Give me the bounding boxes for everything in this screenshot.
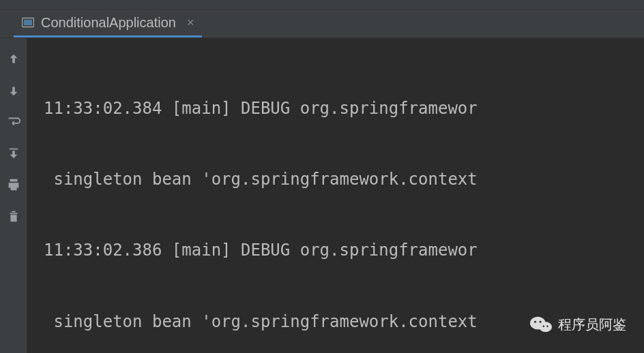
trash-icon[interactable] — [6, 209, 21, 224]
svg-point-4 — [534, 321, 536, 323]
svg-point-3 — [539, 322, 552, 332]
run-tab-label: ConditionalApplication — [41, 15, 176, 31]
run-tab-conditionalapplication[interactable]: ConditionalApplication × — [14, 10, 202, 37]
print-icon[interactable] — [6, 177, 21, 192]
close-icon[interactable]: × — [187, 16, 194, 30]
run-config-icon — [22, 17, 34, 28]
console-line: 11:33:02.386 [main] DEBUG org.springfram… — [44, 239, 644, 262]
console-output[interactable]: 11:33:02.384 [main] DEBUG org.springfram… — [27, 38, 644, 353]
wechat-icon — [529, 315, 553, 334]
watermark: 程序员阿鉴 — [529, 315, 626, 334]
soft-wrap-icon[interactable] — [6, 114, 21, 129]
window-topbar — [0, 0, 644, 10]
console-gutter — [0, 38, 27, 353]
down-arrow-icon[interactable] — [6, 83, 21, 98]
svg-point-5 — [540, 321, 542, 323]
svg-rect-1 — [24, 20, 32, 25]
console-line: 11:33:02.384 [main] DEBUG org.springfram… — [44, 97, 644, 121]
main-area: 11:33:02.384 [main] DEBUG org.springfram… — [0, 38, 644, 353]
svg-point-7 — [546, 326, 548, 327]
watermark-text: 程序员阿鉴 — [558, 316, 626, 334]
up-arrow-icon[interactable] — [6, 52, 21, 67]
svg-point-6 — [543, 326, 544, 327]
run-tabs-bar: ConditionalApplication × — [0, 10, 644, 38]
scroll-to-end-icon[interactable] — [6, 146, 21, 161]
console-line: singleton bean 'org.springframework.cont… — [44, 168, 644, 191]
